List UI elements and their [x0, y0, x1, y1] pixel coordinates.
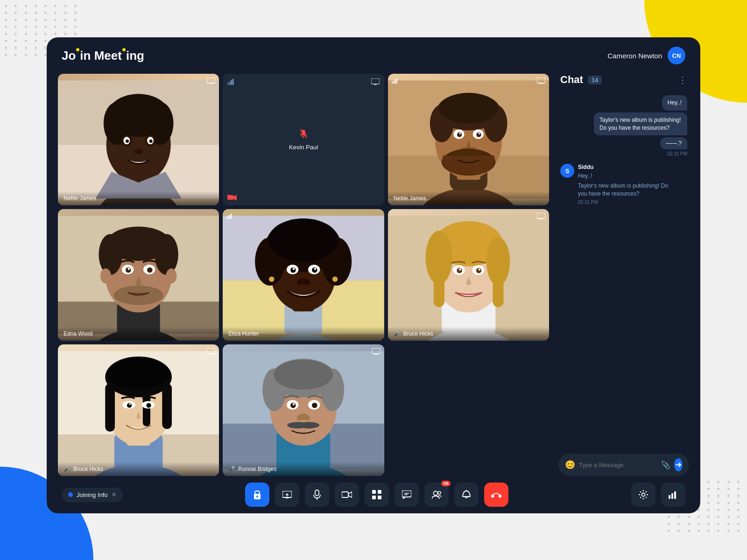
svg-rect-49	[392, 82, 393, 84]
svg-rect-22	[371, 78, 380, 84]
video-grid: Nettie James	[58, 74, 549, 476]
video-tile-2: Kevin Paul	[223, 74, 384, 205]
participant-name-4: Edna Wood	[63, 330, 93, 337]
svg-rect-137	[207, 348, 215, 354]
tile-screen-icon-6	[537, 213, 545, 221]
svg-point-181	[438, 491, 441, 494]
user-info: Cameron Newton CN	[607, 47, 685, 64]
lock-button[interactable]	[245, 483, 269, 507]
svg-point-65	[155, 234, 178, 275]
chat-button[interactable]	[395, 483, 419, 507]
svg-rect-21	[233, 79, 234, 85]
svg-rect-15	[207, 77, 215, 83]
signal-icon	[227, 78, 236, 86]
svg-point-39	[439, 93, 498, 123]
svg-rect-117	[537, 213, 545, 218]
svg-point-91	[293, 268, 295, 270]
video-off-indicator	[227, 194, 237, 201]
svg-rect-99	[231, 213, 232, 219]
tile-overlay-5: Eliza Hunter	[223, 327, 384, 341]
face-bg-7	[58, 344, 219, 476]
mute-icon-8: 🎤	[228, 466, 235, 472]
joining-info: Joining Info ✕	[62, 488, 123, 502]
chat-more-button[interactable]: ⋮	[678, 74, 687, 85]
svg-rect-53	[537, 77, 545, 83]
send-button[interactable]	[674, 458, 683, 471]
emoji-icon[interactable]: 😊	[565, 460, 575, 470]
chat-input-area[interactable]: 😊 📎	[558, 454, 689, 476]
msg-time-2: 02:31 PM	[578, 200, 671, 205]
bottom-toolbar: Joining Info ✕	[47, 476, 700, 513]
face-bg-8	[223, 344, 384, 476]
svg-point-180	[434, 491, 438, 496]
svg-rect-50	[393, 80, 394, 84]
participants-button[interactable]: 06	[424, 483, 449, 507]
svg-rect-96	[226, 217, 227, 219]
tile-overlay-7: 🎤 Bruce Hicks	[58, 462, 219, 476]
bell-button[interactable]	[454, 483, 479, 507]
video-tile-empty	[388, 344, 549, 476]
chat-title-area: Chat 14	[560, 74, 602, 86]
chat-panel: Chat 14 ⋮ Hey..! Taylor's new album is p…	[558, 74, 689, 476]
tile-overlay-8: 🎤 Ronnie Bridges	[223, 462, 384, 476]
msg-bubble-1c: ——.?	[660, 137, 687, 149]
msg-bubble-1a: Hey..!	[662, 95, 687, 111]
face-bg-5	[223, 209, 384, 341]
svg-point-130	[107, 358, 170, 388]
svg-rect-186	[671, 493, 673, 499]
svg-point-85	[269, 276, 275, 282]
svg-rect-18	[228, 83, 229, 85]
svg-point-157	[297, 415, 303, 420]
svg-point-184	[642, 493, 645, 497]
svg-point-95	[304, 280, 310, 285]
participant-name-2: Kevin Paul	[289, 144, 318, 151]
svg-point-135	[146, 403, 151, 407]
chat-message-input[interactable]	[579, 462, 657, 469]
svg-rect-109	[434, 269, 444, 307]
svg-point-14	[134, 149, 142, 154]
joining-info-label: Joining Info	[77, 491, 108, 498]
svg-point-154	[312, 403, 317, 408]
attach-icon[interactable]: 📎	[661, 461, 670, 469]
toolbar-center: 06	[245, 483, 508, 507]
svg-rect-131	[143, 394, 150, 426]
mic-button[interactable]	[305, 483, 329, 507]
msg-text-2a: Hey..!	[578, 172, 671, 180]
svg-point-155	[293, 403, 295, 406]
svg-rect-177	[402, 490, 411, 497]
settings-button[interactable]	[631, 483, 655, 507]
svg-point-84	[268, 218, 338, 261]
svg-rect-176	[378, 496, 381, 499]
svg-point-69	[147, 267, 153, 273]
svg-rect-182	[491, 494, 494, 498]
joining-dot	[68, 492, 73, 497]
svg-rect-20	[231, 80, 233, 85]
svg-rect-183	[498, 494, 501, 498]
svg-rect-161	[372, 348, 381, 354]
mute-icon-6: 🎤	[394, 330, 401, 337]
end-call-button[interactable]	[484, 483, 508, 507]
video-tile-1: Nettie James	[58, 74, 219, 205]
joining-close-icon[interactable]: ✕	[112, 491, 116, 498]
user-name: Cameron Newton	[607, 52, 662, 60]
participant-name-8: Ronnie Bridges	[238, 466, 276, 472]
svg-point-42	[457, 132, 462, 137]
svg-point-86	[332, 276, 338, 282]
msg-bubble-1b: Taylor's new album is publishing! Do you…	[594, 112, 687, 136]
stats-button[interactable]	[661, 483, 685, 507]
grid-button[interactable]	[365, 483, 389, 507]
chat-header: Chat 14 ⋮	[558, 74, 689, 91]
screen-share-button[interactable]	[275, 483, 299, 507]
face-bg-4	[58, 209, 219, 341]
camera-button[interactable]	[335, 483, 359, 507]
participant-name-5: Eliza Hunter	[228, 330, 259, 337]
participant-name-6: Bruce Hicks	[403, 330, 433, 337]
avatar[interactable]: CN	[668, 47, 685, 64]
msg-content-2: Siddu Hey..! Taylor's new album is publi…	[578, 164, 671, 204]
svg-rect-128	[105, 383, 115, 432]
svg-rect-97	[228, 216, 229, 219]
svg-point-94	[297, 280, 303, 285]
video-tile-8: 🎤 Ronnie Bridges	[223, 344, 384, 476]
participant-name-3: Nettie James	[394, 195, 426, 202]
svg-rect-110	[493, 269, 503, 307]
